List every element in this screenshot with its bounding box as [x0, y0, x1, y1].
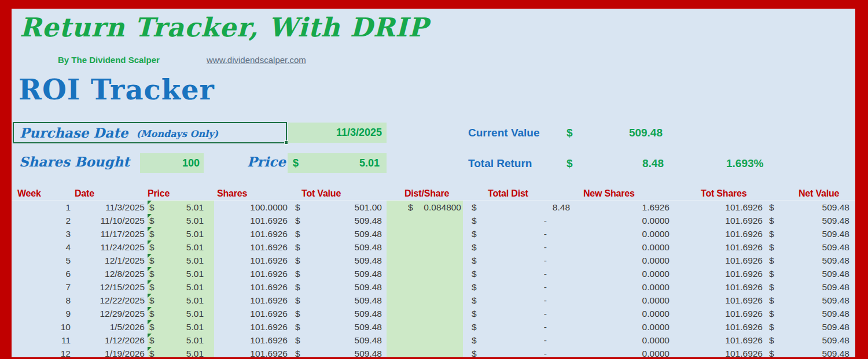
cell-tot-shares[interactable]: 101.6926 [672, 201, 766, 214]
cell-tot-shares[interactable]: 101.6926 [672, 280, 766, 294]
cell-new-shares[interactable]: 0.0000 [573, 334, 672, 347]
cell-net-value[interactable]: $ 509.48 [766, 347, 855, 357]
cell-week[interactable]: 9 [12, 307, 72, 320]
cell-new-shares[interactable]: 0.0000 [573, 294, 672, 307]
col-header-price[interactable]: Price [148, 187, 214, 200]
cell-tot-value[interactable]: $ 509.48 [288, 280, 387, 294]
cell-tot-value[interactable]: $ 509.48 [288, 307, 387, 320]
shares-bought-input[interactable]: 100 [140, 153, 204, 173]
cell-tot-shares[interactable]: 101.6926 [672, 334, 766, 347]
cell-price[interactable]: $ 5.01 [148, 347, 214, 357]
cell-total-dist[interactable]: $ - [463, 254, 573, 267]
cell-total-dist[interactable]: $ - [463, 347, 573, 357]
cell-shares[interactable]: 101.6926 [214, 320, 288, 334]
cell-week[interactable]: 12 [12, 347, 72, 357]
cell-date[interactable]: 11/10/2025 [72, 214, 148, 227]
cell-tot-value[interactable]: $ 501.00 [288, 201, 387, 214]
cell-tot-shares[interactable]: 101.6926 [672, 307, 766, 320]
cell-tot-shares[interactable]: 101.6926 [672, 294, 766, 307]
cell-total-dist[interactable]: $ - [463, 320, 573, 334]
cell-shares[interactable]: 101.6926 [214, 227, 288, 240]
col-header-shares[interactable]: Shares [214, 187, 288, 200]
cell-net-value[interactable]: $ 509.48 [766, 240, 855, 254]
cell-price[interactable]: $ 5.01 [148, 214, 214, 227]
cell-date[interactable]: 1/12/2026 [72, 334, 148, 347]
cell-shares[interactable]: 101.6926 [214, 307, 288, 320]
cell-date[interactable]: 11/17/2025 [72, 227, 148, 240]
cell-net-value[interactable]: $ 509.48 [766, 320, 855, 334]
cell-total-dist[interactable]: $ - [463, 334, 573, 347]
cell-week[interactable]: 10 [12, 320, 72, 334]
cell-total-dist[interactable]: $ - [463, 267, 573, 280]
col-header-tot-shares[interactable]: Tot Shares [672, 187, 766, 200]
cell-date[interactable]: 1/5/2026 [72, 320, 148, 334]
cell-date[interactable]: 12/29/2025 [72, 307, 148, 320]
cell-new-shares[interactable]: 0.0000 [573, 320, 672, 334]
cell-tot-shares[interactable]: 101.6926 [672, 347, 766, 357]
cell-shares[interactable]: 101.6926 [214, 214, 288, 227]
purchase-date-cell[interactable]: Purchase Date (Mondays Only) [13, 122, 287, 143]
cell-new-shares[interactable]: 0.0000 [573, 214, 672, 227]
cell-price[interactable]: $ 5.01 [148, 320, 214, 334]
cell-shares[interactable]: 101.6926 [214, 280, 288, 294]
cell-net-value[interactable]: $ 509.48 [766, 214, 855, 227]
cell-week[interactable]: 3 [12, 227, 72, 240]
col-header-tot-value[interactable]: Tot Value [288, 187, 387, 200]
cell-price[interactable]: $ 5.01 [148, 227, 214, 240]
cell-price[interactable]: $ 5.01 [148, 240, 214, 254]
cell-dist-share[interactable] [387, 294, 463, 307]
cell-tot-value[interactable]: $ 509.48 [288, 347, 387, 357]
cell-total-dist[interactable]: $ - [463, 307, 573, 320]
cell-tot-shares[interactable]: 101.6926 [672, 254, 766, 267]
cell-tot-shares[interactable]: 101.6926 [672, 320, 766, 334]
cell-week[interactable]: 2 [12, 214, 72, 227]
cell-date[interactable]: 12/15/2025 [72, 280, 148, 294]
cell-shares[interactable]: 101.6926 [214, 334, 288, 347]
cell-net-value[interactable]: $ 509.48 [766, 334, 855, 347]
cell-price[interactable]: $ 5.01 [148, 267, 214, 280]
cell-tot-value[interactable]: $ 509.48 [288, 334, 387, 347]
cell-date[interactable]: 1/19/2026 [72, 347, 148, 357]
cell-date[interactable]: 12/22/2025 [72, 294, 148, 307]
cell-total-dist[interactable]: $ 8.48 [463, 201, 573, 214]
cell-price[interactable]: $ 5.01 [148, 280, 214, 294]
cell-net-value[interactable]: $ 509.48 [766, 307, 855, 320]
cell-price[interactable]: $ 5.01 [148, 334, 214, 347]
cell-net-value[interactable]: $ 509.48 [766, 201, 855, 214]
cell-tot-value[interactable]: $ 509.48 [288, 254, 387, 267]
cell-net-value[interactable]: $ 509.48 [766, 267, 855, 280]
cell-total-dist[interactable]: $ - [463, 280, 573, 294]
cell-new-shares[interactable]: 0.0000 [573, 267, 672, 280]
cell-total-dist[interactable]: $ - [463, 227, 573, 240]
cell-price[interactable]: $ 5.01 [148, 254, 214, 267]
col-header-net-value[interactable]: Net Value [766, 187, 855, 200]
cell-tot-shares[interactable]: 101.6926 [672, 240, 766, 254]
cell-total-dist[interactable]: $ - [463, 214, 573, 227]
col-header-date[interactable]: Date [72, 187, 148, 200]
cell-dist-share[interactable] [387, 240, 463, 254]
cell-date[interactable]: 11/24/2025 [72, 240, 148, 254]
cell-total-dist[interactable]: $ - [463, 294, 573, 307]
website-link[interactable]: www.dividendscalper.com [207, 55, 306, 65]
cell-tot-value[interactable]: $ 509.48 [288, 214, 387, 227]
cell-new-shares[interactable]: 1.6926 [573, 201, 672, 214]
cell-dist-share[interactable] [387, 320, 463, 334]
cell-tot-value[interactable]: $ 509.48 [288, 320, 387, 334]
cell-total-dist[interactable]: $ - [463, 240, 573, 254]
cell-tot-value[interactable]: $ 509.48 [288, 267, 387, 280]
cell-dist-share[interactable] [387, 227, 463, 240]
cell-week[interactable]: 7 [12, 280, 72, 294]
cell-tot-shares[interactable]: 101.6926 [672, 267, 766, 280]
cell-week[interactable]: 1 [12, 201, 72, 214]
cell-shares[interactable]: 101.6926 [214, 347, 288, 357]
fill-handle[interactable] [284, 140, 288, 145]
cell-week[interactable]: 8 [12, 294, 72, 307]
cell-tot-value[interactable]: $ 509.48 [288, 240, 387, 254]
cell-dist-share[interactable] [387, 280, 463, 294]
cell-tot-value[interactable]: $ 509.48 [288, 227, 387, 240]
cell-price[interactable]: $ 5.01 [148, 294, 214, 307]
cell-dist-share[interactable] [387, 267, 463, 280]
col-header-dist-share[interactable]: Dist/Share [387, 187, 463, 200]
cell-new-shares[interactable]: 0.0000 [573, 240, 672, 254]
cell-date[interactable]: 12/8/2025 [72, 267, 148, 280]
